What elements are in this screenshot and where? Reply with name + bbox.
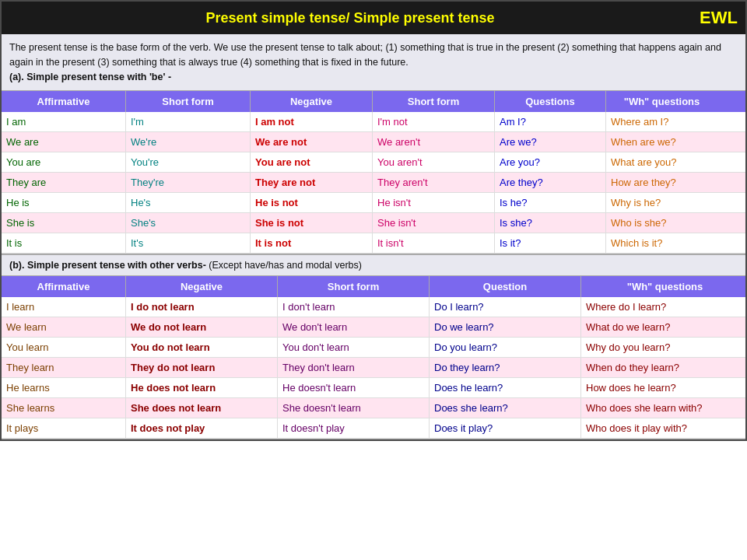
list-item: You do not learn [126, 338, 278, 357]
page-title: Present simple tense/ Simple present ten… [9, 10, 691, 26]
list-item: They do not learn [126, 358, 278, 377]
list-item: I do not learn [126, 297, 278, 317]
list-item: We do not learn [126, 317, 278, 337]
list-item: She's [126, 213, 251, 233]
list-item: What are you? [606, 152, 717, 172]
list-item: Where am I? [606, 112, 717, 131]
list-item: We are [2, 132, 126, 152]
list-item: He's [126, 193, 251, 212]
table-row: We learnWe do not learnWe don't learnDo … [2, 317, 745, 338]
list-item: Do you learn? [430, 338, 581, 357]
list-item: We are not [251, 132, 373, 152]
list-item: You aren't [373, 152, 495, 172]
list-item: Do they learn? [430, 358, 581, 377]
list-item: How does he learn? [581, 378, 747, 397]
table-row: They learnThey do not learnThey don't le… [2, 358, 745, 378]
table-row: It playsIt does not playIt doesn't playD… [2, 418, 745, 439]
main-container: Present simple tense/ Simple present ten… [0, 0, 747, 441]
verb-header-question: Question [430, 276, 581, 297]
header-wh-questions: "Wh" questions [606, 91, 717, 112]
list-item: What do we learn? [581, 317, 747, 337]
list-item: He is not [251, 193, 373, 212]
list-item: Do I learn? [430, 297, 581, 317]
list-item: He learns [2, 378, 126, 397]
list-item: Do we learn? [430, 317, 581, 337]
header-negative: Negative [251, 91, 373, 112]
verb-header-wh: "Wh" questions [581, 276, 747, 297]
list-item: It is not [251, 233, 373, 253]
section-b-header-row: Affirmative Negative Short form Question… [2, 276, 745, 297]
table-row: She isShe'sShe is notShe isn'tIs she?Who… [2, 213, 745, 233]
intro-text: The present tense is the base form of th… [9, 42, 721, 68]
list-item: You are [2, 152, 126, 172]
list-item: She does not learn [126, 398, 278, 418]
table-row: We areWe'reWe are notWe aren'tAre we?Whe… [2, 132, 745, 152]
table-row: You learnYou do not learnYou don't learn… [2, 338, 745, 358]
list-item: They aren't [373, 173, 495, 192]
list-item: I'm [126, 112, 251, 131]
intro-section: The present tense is the base form of th… [2, 34, 745, 91]
section-b-note: (Except have/has and modal verbs) [209, 260, 362, 271]
list-item: She isn't [373, 213, 495, 233]
list-item: When do they learn? [581, 358, 747, 377]
list-item: I am not [251, 112, 373, 131]
list-item: When are we? [606, 132, 717, 152]
list-item: Does he learn? [430, 378, 581, 397]
section-a-label: (a). Simple present tense with 'be' - [9, 72, 171, 82]
list-item: Are you? [495, 152, 606, 172]
section-b-rows: I learnI do not learnI don't learnDo I l… [2, 297, 745, 439]
list-item: Are we? [495, 132, 606, 152]
list-item: Who does she learn with? [581, 398, 747, 418]
list-item: He does not learn [126, 378, 278, 397]
list-item: Why is he? [606, 193, 717, 212]
title-row: Present simple tense/ Simple present ten… [2, 2, 745, 34]
section-b-intro: (b). Simple present tense with other ver… [2, 254, 745, 276]
list-item: We don't learn [278, 317, 430, 337]
list-item: She doesn't learn [278, 398, 430, 418]
list-item: You learn [2, 338, 126, 357]
list-item: Is she? [495, 213, 606, 233]
list-item: It doesn't play [278, 418, 430, 438]
list-item: I'm not [373, 112, 495, 131]
list-item: We aren't [373, 132, 495, 152]
section-a-rows: I amI'mI am notI'm notAm I?Where am I?We… [2, 112, 745, 254]
list-item: She learns [2, 398, 126, 418]
list-item: They are not [251, 173, 373, 192]
list-item: Who does it play with? [581, 418, 747, 438]
verb-header-affirmative: Affirmative [2, 276, 126, 297]
header-shortform1: Short form [126, 91, 251, 112]
list-item: It is [2, 233, 126, 253]
list-item: They don't learn [278, 358, 430, 377]
table-row: He isHe'sHe is notHe isn'tIs he?Why is h… [2, 193, 745, 213]
header-shortform2: Short form [373, 91, 495, 112]
header-affirmative: Affirmative [2, 91, 126, 112]
section-a-header-row: Affirmative Short form Negative Short fo… [2, 91, 745, 112]
list-item: I learn [2, 297, 126, 317]
verb-header-negative: Negative [126, 276, 278, 297]
list-item: We're [126, 132, 251, 152]
list-item: Who is she? [606, 213, 717, 233]
list-item: He is [2, 193, 126, 212]
list-item: It does not play [126, 418, 278, 438]
list-item: Is he? [495, 193, 606, 212]
section-b-label: (b). Simple present tense with other ver… [9, 260, 206, 271]
list-item: Is it? [495, 233, 606, 253]
list-item: We learn [2, 317, 126, 337]
list-item: They learn [2, 358, 126, 377]
table-row: It isIt'sIt is notIt isn'tIs it?Which is… [2, 233, 745, 254]
ewl-label: EWL [691, 8, 738, 28]
list-item: You don't learn [278, 338, 430, 357]
list-item: He isn't [373, 193, 495, 212]
list-item: Which is it? [606, 233, 717, 253]
list-item: It's [126, 233, 251, 253]
list-item: Am I? [495, 112, 606, 131]
list-item: Why do you learn? [581, 338, 747, 357]
list-item: They are [2, 173, 126, 192]
table-row: She learnsShe does not learnShe doesn't … [2, 398, 745, 418]
table-row: I learnI do not learnI don't learnDo I l… [2, 297, 745, 317]
list-item: I am [2, 112, 126, 131]
list-item: She is not [251, 213, 373, 233]
list-item: I don't learn [278, 297, 430, 317]
header-questions: Questions [495, 91, 606, 112]
list-item: They're [126, 173, 251, 192]
